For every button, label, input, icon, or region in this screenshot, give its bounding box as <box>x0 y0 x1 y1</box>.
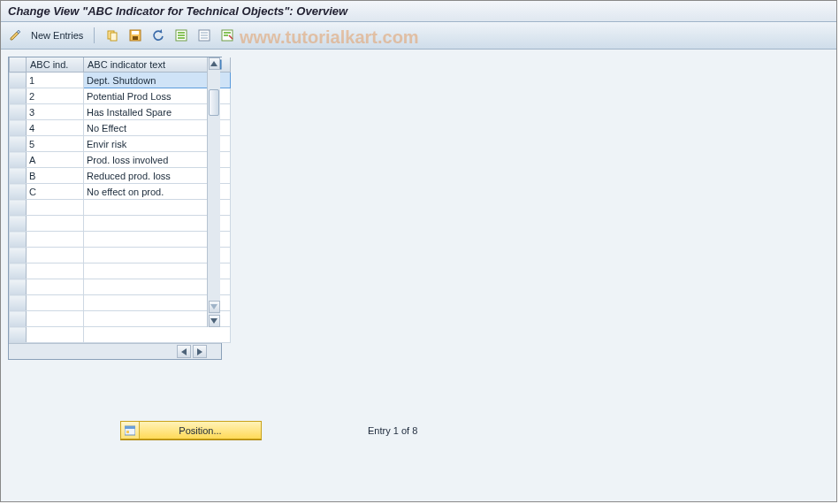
row-selector-header[interactable] <box>10 57 27 73</box>
cell-ind[interactable]: 5 <box>27 136 84 152</box>
table-row[interactable] <box>10 279 231 295</box>
cell-ind[interactable] <box>27 200 84 216</box>
change-icon[interactable] <box>8 28 22 42</box>
cell-ind[interactable] <box>27 295 84 311</box>
cell-ind[interactable]: 2 <box>27 88 84 104</box>
cell-ind[interactable] <box>27 216 84 232</box>
print-icon[interactable] <box>220 28 234 42</box>
table-row[interactable] <box>10 295 231 311</box>
cell-ind[interactable] <box>27 263 84 279</box>
page-title: Change View "ABC Indicator for Technical… <box>1 1 836 22</box>
data-grid: ABC ind. ABC indicator text 1Dept. Shutd… <box>8 57 222 360</box>
new-entries-button[interactable]: New Entries <box>31 30 83 41</box>
row-selector[interactable] <box>10 73 27 88</box>
cell-text[interactable] <box>84 327 231 343</box>
toolbar: New Entries <box>1 22 836 50</box>
position-button[interactable]: Position... <box>120 421 262 439</box>
app-window: Change View "ABC Indicator for Technical… <box>0 0 837 502</box>
svg-rect-8 <box>178 37 185 39</box>
scroll-up-icon[interactable] <box>209 57 220 70</box>
position-button-label: Position... <box>140 425 261 436</box>
row-selector[interactable] <box>10 184 27 200</box>
row-selector[interactable] <box>10 104 27 120</box>
deselect-all-icon[interactable] <box>197 28 211 42</box>
row-selector[interactable] <box>10 136 27 152</box>
cell-ind[interactable] <box>27 232 84 248</box>
row-selector[interactable] <box>10 248 27 263</box>
row-selector[interactable] <box>10 279 27 295</box>
column-header-text[interactable]: ABC indicator text <box>84 57 209 73</box>
row-selector[interactable] <box>10 152 27 168</box>
row-selector[interactable] <box>10 232 27 248</box>
cell-ind[interactable]: 1 <box>27 73 84 88</box>
select-all-icon[interactable] <box>174 28 188 42</box>
table-row[interactable] <box>10 263 231 279</box>
table-row[interactable]: 5Envir risk <box>10 136 231 152</box>
scroll-thumb[interactable] <box>209 89 219 116</box>
table-row[interactable]: 4No Effect <box>10 120 231 136</box>
svg-rect-7 <box>178 34 185 36</box>
cell-ind[interactable]: 4 <box>27 120 84 136</box>
svg-rect-19 <box>125 426 135 429</box>
svg-rect-11 <box>201 34 208 36</box>
scroll-right-icon[interactable] <box>193 345 207 358</box>
table-row[interactable]: 1Dept. Shutdown <box>10 73 231 88</box>
svg-rect-14 <box>224 32 231 34</box>
svg-rect-4 <box>133 36 138 40</box>
table-row[interactable]: BReduced prod. loss <box>10 168 231 184</box>
cell-ind[interactable] <box>27 279 84 295</box>
row-selector[interactable] <box>10 216 27 232</box>
table-row[interactable]: 2Potential Prod Loss <box>10 88 231 104</box>
cell-ind[interactable]: C <box>27 184 84 200</box>
table-row[interactable]: AProd. loss involved <box>10 152 231 168</box>
row-selector[interactable] <box>10 200 27 216</box>
vertical-scrollbar[interactable] <box>207 57 220 327</box>
table-row[interactable] <box>10 200 231 216</box>
table-row[interactable]: 3Has Installed Spare <box>10 104 231 120</box>
save-icon[interactable] <box>128 28 142 42</box>
svg-rect-1 <box>111 33 117 41</box>
cell-ind[interactable] <box>27 311 84 327</box>
abc-table[interactable]: ABC ind. ABC indicator text 1Dept. Shutd… <box>9 57 231 343</box>
table-row[interactable]: CNo effect on prod. <box>10 184 231 200</box>
table-row[interactable] <box>10 311 231 327</box>
footer: Position... Entry 1 of 8 <box>1 421 836 439</box>
row-selector[interactable] <box>10 311 27 327</box>
scroll-left-icon[interactable] <box>177 345 191 358</box>
column-header-ind[interactable]: ABC ind. <box>27 57 84 73</box>
table-row[interactable] <box>10 248 231 263</box>
toolbar-separator <box>94 27 95 43</box>
row-selector[interactable] <box>10 327 27 343</box>
row-selector[interactable] <box>10 88 27 104</box>
copy-icon[interactable] <box>105 28 119 42</box>
cell-ind[interactable]: A <box>27 152 84 168</box>
horizontal-scrollbar[interactable] <box>9 343 221 359</box>
table-row[interactable] <box>10 327 231 343</box>
table-row[interactable] <box>10 232 231 248</box>
svg-rect-12 <box>201 37 208 39</box>
svg-rect-10 <box>201 32 208 34</box>
row-selector[interactable] <box>10 120 27 136</box>
cell-ind[interactable] <box>27 248 84 263</box>
svg-rect-3 <box>132 31 139 34</box>
svg-rect-20 <box>126 431 129 433</box>
table-row[interactable] <box>10 216 231 232</box>
cell-ind[interactable] <box>27 327 84 343</box>
scroll-track[interactable] <box>208 70 220 327</box>
entry-counter: Entry 1 of 8 <box>368 425 417 436</box>
svg-rect-6 <box>178 32 185 34</box>
cell-ind[interactable]: B <box>27 168 84 184</box>
row-selector[interactable] <box>10 295 27 311</box>
scroll-down-dim1-icon[interactable] <box>209 301 220 313</box>
row-selector[interactable] <box>10 263 27 279</box>
content-area: ABC ind. ABC indicator text 1Dept. Shutd… <box>1 50 836 501</box>
undo-icon[interactable] <box>151 28 165 42</box>
cell-ind[interactable]: 3 <box>27 104 84 120</box>
scroll-down-icon[interactable] <box>209 315 220 327</box>
position-icon <box>121 422 140 439</box>
row-selector[interactable] <box>10 168 27 184</box>
svg-rect-15 <box>224 34 228 36</box>
